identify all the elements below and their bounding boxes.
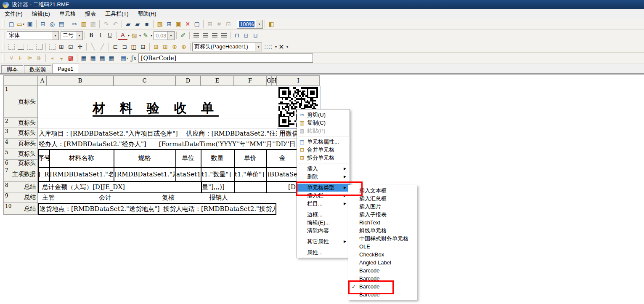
align-justify-button[interactable] bbox=[219, 31, 228, 40]
insert-band-row-button[interactable]: ⫞ bbox=[48, 53, 57, 63]
report-design-surface[interactable]: A B C D E F G H I 1页标头 2页标头 3页标头 4页标头 5页… bbox=[0, 73, 644, 304]
append-row-button[interactable]: ⊕ bbox=[170, 42, 179, 51]
receiver-phone-cell[interactable]: 接货人电话：[RMDBDataSet2."接货人电话"] bbox=[163, 203, 275, 215]
page-setup-button[interactable]: ▤ bbox=[57, 19, 66, 29]
menu-item-cell-type[interactable]: 单元格类型▶ bbox=[297, 184, 350, 192]
submenu-item-insert-summary[interactable]: 插入汇总框 bbox=[348, 195, 417, 203]
tab-datasource[interactable]: 数据源 bbox=[24, 65, 51, 73]
detail-cell-price[interactable]: t1."单价"] bbox=[235, 167, 266, 182]
new-report-button[interactable]: ▧ bbox=[155, 19, 164, 29]
font-size-combo[interactable]: 二号 ▾ bbox=[61, 31, 83, 40]
menu-item-delete[interactable]: 删除▶ bbox=[297, 173, 350, 181]
font-name-dropdown-icon[interactable]: ▾ bbox=[52, 32, 58, 40]
submenu-item-barcode-4[interactable]: Barcode bbox=[348, 291, 417, 299]
fill-color-button[interactable]: ▨ bbox=[130, 31, 139, 40]
border-left-button[interactable] bbox=[25, 42, 34, 51]
fit-height-button[interactable]: ⊟ bbox=[138, 42, 148, 51]
submenu-item-insert-image[interactable]: 插入图片 bbox=[348, 203, 417, 211]
menu-item-clear-content[interactable]: 清除内容 bbox=[297, 227, 350, 235]
header-cell-seq[interactable]: 序号 bbox=[38, 149, 49, 167]
diagonal-down-button[interactable]: ╲ bbox=[88, 42, 98, 51]
save-button[interactable]: ▣ bbox=[25, 19, 34, 29]
insert-table-button[interactable]: ⊞ bbox=[164, 19, 174, 29]
row-header-10[interactable]: 10总结 bbox=[3, 203, 38, 215]
menu-item-paste[interactable]: ▨粘贴(P) bbox=[297, 127, 350, 135]
row-header-1[interactable]: 1页标头 bbox=[3, 86, 38, 118]
page-band-4-button[interactable]: ▦ bbox=[107, 53, 116, 63]
show-grid-button[interactable]: ⊞ bbox=[205, 19, 215, 29]
blank-page-button[interactable]: ▢ bbox=[192, 19, 201, 29]
line-style-button[interactable]: :::: bbox=[262, 42, 275, 51]
add-page-button[interactable]: ▣ bbox=[174, 19, 183, 29]
header-cell-spec[interactable]: 规格 bbox=[114, 149, 175, 167]
menu-item-merge-cells[interactable]: ⊟合并单元格 bbox=[297, 146, 350, 154]
band-selector-dropdown-icon[interactable]: ▾ bbox=[255, 43, 262, 51]
menu-item-columns[interactable]: 栏目...▶ bbox=[297, 200, 350, 208]
submenu-item-richtext[interactable]: RichText bbox=[348, 219, 417, 227]
zoom-combo[interactable]: 100% ▾ bbox=[237, 20, 263, 29]
merge-row-button[interactable]: ⊦ bbox=[16, 53, 25, 63]
row3-databind-cell[interactable]: 入库项目：[RMDBDataSet2."入库项目或仓库"] 供应商：[RMDBD… bbox=[39, 130, 277, 138]
detail-cell-name[interactable]: [RMDBDataSet1."名称"] bbox=[50, 167, 113, 182]
col-header-H[interactable]: H bbox=[272, 75, 277, 86]
total-amount-cell[interactable]: 总计金额（大写）[DJJE_DX] bbox=[42, 182, 198, 192]
band-selector-combo[interactable]: 页标头(PageHeader1) ▾ bbox=[192, 43, 262, 51]
header-cell-material[interactable]: 材料名称 bbox=[49, 149, 114, 167]
same-height-button[interactable]: ⊐ bbox=[120, 42, 129, 51]
col-header-C[interactable]: C bbox=[114, 75, 175, 86]
header-cell-unit[interactable]: 单位 bbox=[175, 149, 201, 167]
redo-button[interactable]: ↷ bbox=[101, 19, 111, 29]
page-band-1-button[interactable]: ▦ bbox=[79, 53, 88, 63]
submenu-item-barcode-1[interactable]: Barcode bbox=[348, 267, 417, 275]
same-width-button[interactable]: ⊏ bbox=[111, 42, 120, 51]
border-width-combo[interactable]: 0.03 ▾ bbox=[154, 31, 175, 40]
menu-item-border[interactable]: 边框... bbox=[297, 211, 350, 219]
page-band-2-button[interactable]: ▦ bbox=[88, 53, 98, 63]
header-cell-qty[interactable]: 数量 bbox=[201, 149, 234, 167]
split-col-button[interactable]: ⊫ bbox=[25, 53, 34, 63]
delete-cells-button[interactable]: ✕ bbox=[277, 42, 286, 51]
toolbar-grip[interactable] bbox=[3, 54, 5, 62]
row-header-5[interactable]: 5页标头 bbox=[3, 149, 38, 160]
new-file-button[interactable]: ▢ bbox=[7, 19, 16, 29]
diagonal-up-button[interactable]: ╱ bbox=[98, 42, 107, 51]
row-header-7[interactable]: 7主项数据 bbox=[3, 167, 38, 182]
send-backward-button[interactable]: ▰ bbox=[133, 19, 142, 29]
submenu-item-insert-textbox[interactable]: 插入文本框 bbox=[348, 187, 417, 195]
menu-help[interactable]: 帮助(H) bbox=[133, 9, 161, 19]
print-preview-button[interactable]: ◎ bbox=[48, 19, 57, 29]
total-qty-cell[interactable]: 量"],,,)] bbox=[202, 182, 233, 192]
align-center-button[interactable] bbox=[201, 31, 210, 40]
row-header-6[interactable]: 6页标头 bbox=[3, 160, 38, 167]
undo-button[interactable]: ↶ bbox=[111, 19, 120, 29]
font-name-combo[interactable]: 宋体 ▾ bbox=[7, 31, 59, 40]
snap-grid-button[interactable]: # bbox=[215, 19, 224, 29]
font-size-dropdown-icon[interactable]: ▾ bbox=[76, 32, 82, 40]
formula-fx-button[interactable]: ƒx bbox=[129, 53, 138, 63]
fit-width-button[interactable]: ◫ bbox=[129, 42, 138, 51]
submenu-item-diagonal-cell[interactable]: 斜线单元格 bbox=[348, 227, 417, 235]
paste-button[interactable]: ▨ bbox=[88, 19, 98, 29]
row-header-9[interactable]: 9总结 bbox=[3, 192, 38, 203]
line-color-button[interactable]: ✎ bbox=[141, 31, 150, 40]
menu-toolbars[interactable]: 工具栏(T) bbox=[101, 9, 133, 19]
align-left-button[interactable] bbox=[191, 31, 201, 40]
row-header-3[interactable]: 3页标头 bbox=[3, 128, 38, 139]
title-bar[interactable]: 设计器 - 二维码21.RMF bbox=[0, 0, 644, 9]
border-bottom-button[interactable] bbox=[16, 42, 25, 51]
formula-input[interactable]: [QBarCode] bbox=[138, 53, 313, 63]
split-row-button[interactable]: ⑂ bbox=[7, 53, 16, 63]
bold-button[interactable]: B bbox=[87, 31, 96, 40]
font-color-button[interactable]: A bbox=[118, 31, 127, 40]
row-header-8[interactable]: 8总结 bbox=[3, 182, 38, 192]
menu-item-insert-band[interactable]: 插入栏▶ bbox=[297, 192, 350, 200]
submenu-item-angled-label[interactable]: Angled Label bbox=[348, 259, 417, 267]
header-cell-amount[interactable]: 金 bbox=[266, 149, 298, 167]
copy-button[interactable]: ▥ bbox=[79, 19, 88, 29]
row-header-4[interactable]: 4页标头 bbox=[3, 139, 38, 149]
menu-file[interactable]: 文件(F) bbox=[0, 9, 27, 19]
border-outer-button[interactable]: ⊡ bbox=[66, 42, 75, 51]
delete-band-button[interactable]: ▩ bbox=[66, 53, 75, 63]
menu-item-insert[interactable]: 插入▶ bbox=[297, 165, 350, 173]
valign-top-button[interactable]: ⊓ bbox=[232, 31, 241, 40]
